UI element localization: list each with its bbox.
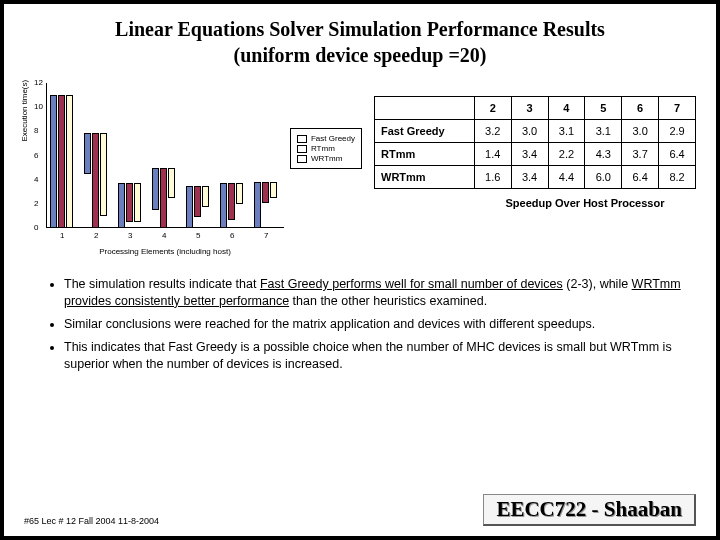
slide-title: Linear Equations Solver Simulation Perfo… — [24, 16, 696, 68]
table-cell: 6.4 — [659, 143, 696, 166]
table-cell: 3.0 — [622, 120, 659, 143]
footer: #65 Lec # 12 Fall 2004 11-8-2004 EECC722… — [24, 494, 696, 526]
table-cell: 3.4 — [511, 143, 548, 166]
table-row: Fast Greedy 3.2 3.0 3.1 3.1 3.0 2.9 — [375, 120, 696, 143]
y-axis — [46, 83, 47, 228]
table-cell: 6.4 — [622, 166, 659, 189]
legend-item: RTmm — [297, 144, 355, 153]
row-label: WRTmm — [375, 166, 475, 189]
title-line-1: Linear Equations Solver Simulation Perfo… — [115, 18, 605, 40]
table-cell: 2.9 — [659, 120, 696, 143]
legend-label: RTmm — [311, 144, 335, 153]
table-row: WRTmm 1.6 3.4 4.4 6.0 6.4 8.2 — [375, 166, 696, 189]
table-header-cell: 4 — [548, 97, 585, 120]
y-axis-label: Execution time(s) — [20, 80, 29, 142]
row-label: Fast Greedy — [375, 120, 475, 143]
table-cell: 1.6 — [474, 166, 511, 189]
legend-item: Fast Greedy — [297, 134, 355, 143]
table-header-row: 2 3 4 5 6 7 — [375, 97, 696, 120]
bar-chart: Execution time(s) Processing Elements (i… — [24, 78, 364, 258]
table-cell: 3.1 — [548, 120, 585, 143]
table-cell: 4.4 — [548, 166, 585, 189]
table-cell: 3.1 — [585, 120, 622, 143]
table-cell: 2.2 — [548, 143, 585, 166]
legend-swatch — [297, 145, 307, 153]
footer-info: #65 Lec # 12 Fall 2004 11-8-2004 — [24, 516, 159, 526]
table-cell: 3.2 — [474, 120, 511, 143]
table-cell: 1.4 — [474, 143, 511, 166]
chart-legend: Fast Greedy RTmm WRTmm — [290, 128, 362, 169]
table-header-cell: 5 — [585, 97, 622, 120]
table-cell: 4.3 — [585, 143, 622, 166]
bullet-list: The simulation results indicate that Fas… — [24, 276, 696, 372]
chart-area: Execution time(s) Processing Elements (i… — [24, 78, 364, 258]
bullet-item: The simulation results indicate that Fas… — [64, 276, 696, 310]
table-cell: 3.4 — [511, 166, 548, 189]
legend-swatch — [297, 155, 307, 163]
table-cell: 8.2 — [659, 166, 696, 189]
row-label: RTmm — [375, 143, 475, 166]
content-row: Execution time(s) Processing Elements (i… — [24, 78, 696, 258]
table-header-cell: 6 — [622, 97, 659, 120]
x-axis-label: Processing Elements (including host) — [46, 247, 284, 256]
title-line-2: (uniform device speedup =20) — [233, 44, 486, 66]
table-cell: 3.7 — [622, 143, 659, 166]
table-cell: 6.0 — [585, 166, 622, 189]
table-header-cell: 2 — [474, 97, 511, 120]
bullet-item: Similar conclusions were reached for the… — [64, 316, 696, 333]
table-area: 2 3 4 5 6 7 Fast Greedy 3.2 3.0 3.1 3.1 … — [374, 96, 696, 209]
table-cell: 3.0 — [511, 120, 548, 143]
legend-item: WRTmm — [297, 154, 355, 163]
bullet-item: This indicates that Fast Greedy is a pos… — [64, 339, 696, 373]
speedup-table: 2 3 4 5 6 7 Fast Greedy 3.2 3.0 3.1 3.1 … — [374, 96, 696, 189]
table-caption: Speedup Over Host Processor — [474, 197, 696, 209]
footer-course: EECC722 - Shaaban — [483, 494, 696, 526]
slide: Linear Equations Solver Simulation Perfo… — [0, 0, 720, 540]
table-header-cell — [375, 97, 475, 120]
legend-swatch — [297, 135, 307, 143]
legend-label: Fast Greedy — [311, 134, 355, 143]
table-header-cell: 3 — [511, 97, 548, 120]
table-header-cell: 7 — [659, 97, 696, 120]
table-row: RTmm 1.4 3.4 2.2 4.3 3.7 6.4 — [375, 143, 696, 166]
legend-label: WRTmm — [311, 154, 342, 163]
